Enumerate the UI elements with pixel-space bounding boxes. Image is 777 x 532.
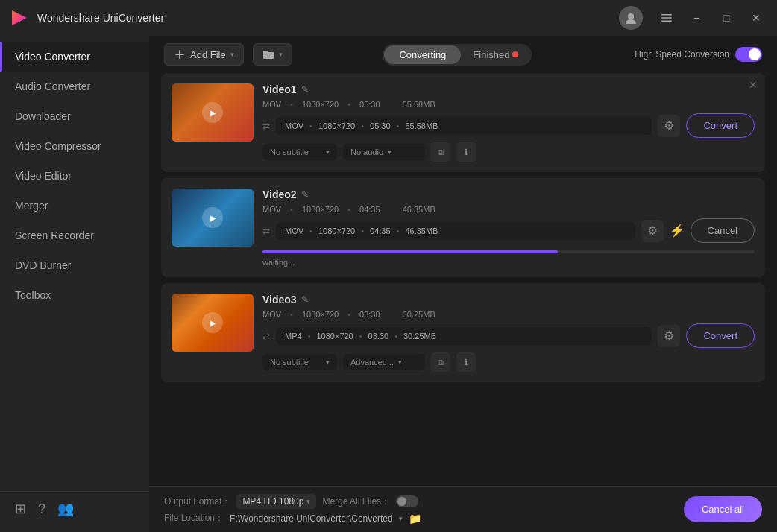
video3-info: Video3 ✎ MOV • 1080×720 • 03:30 30.25MB …: [262, 294, 755, 372]
video3-info-button[interactable]: ℹ: [456, 352, 476, 372]
video2-meta: MOV • 1080×720 • 04:35 46.35MB: [262, 205, 755, 214]
high-speed-toggle[interactable]: [735, 47, 762, 62]
video1-target-format: MOV • 1080×720 • 05:30 • 55.58MB: [276, 117, 652, 135]
video3-thumbnail[interactable]: ▶: [172, 294, 254, 352]
video3-target-size: 30.25MB: [403, 332, 436, 341]
video1-play-button[interactable]: ▶: [202, 102, 223, 123]
video1-info-button[interactable]: ℹ: [456, 142, 476, 162]
video3-thumb-bg: ▶: [172, 294, 254, 352]
sidebar-item-dvd-burner[interactable]: DVD Burner: [0, 250, 149, 280]
video1-duration: 05:30: [359, 100, 380, 109]
video2-thumbnail[interactable]: ▶: [172, 189, 254, 247]
video2-format: MOV: [262, 205, 281, 214]
minimize-button[interactable]: −: [685, 7, 708, 28]
close-button[interactable]: ✕: [744, 7, 768, 28]
video2-progress-bar: [262, 250, 755, 253]
video2-thumb-bg: ▶: [172, 189, 254, 247]
menu-button[interactable]: [655, 7, 679, 28]
arrow-icon: ⇄: [262, 331, 270, 341]
tab-converting[interactable]: Converting: [384, 45, 461, 64]
tab-group: Converting Finished: [383, 44, 532, 66]
output-format-button[interactable]: MP4 HD 1080p ▾: [236, 494, 316, 509]
sidebar-item-video-compressor[interactable]: Video Compressor: [0, 131, 149, 161]
video3-subtitle-icon-button[interactable]: ⧉: [431, 352, 450, 372]
sidebar-item-video-editor[interactable]: Video Editor: [0, 161, 149, 191]
title-bar: Wondershare UniConverter − □ ✕: [0, 0, 777, 36]
video1-name-row: Video1 ✎: [262, 83, 755, 95]
file-location-path: F:\Wondershare UniConverter\Converted: [230, 513, 393, 524]
app-logo: [9, 7, 30, 28]
video-card-2: ▶ Video2 ✎ MOV • 1080×720 • 04:35: [161, 178, 765, 277]
video2-waiting-text: waiting...: [262, 258, 755, 267]
video3-audio-select[interactable]: Advanced... ▾: [343, 354, 425, 370]
video3-settings-button[interactable]: ⚙: [658, 325, 680, 347]
open-folder-icon[interactable]: 📁: [409, 513, 421, 525]
sidebar-item-merger[interactable]: Merger: [0, 191, 149, 221]
users-icon[interactable]: 👥: [57, 501, 74, 517]
subtitle-chevron-icon: ▾: [326, 358, 330, 366]
video1-settings-button[interactable]: ⚙: [658, 115, 680, 137]
video3-edit-icon[interactable]: ✎: [301, 294, 309, 305]
video2-play-button[interactable]: ▶: [202, 207, 223, 228]
video1-target-dur: 05:30: [370, 121, 391, 130]
play-icon: ▶: [210, 109, 216, 117]
video2-resolution: 1080×720: [302, 205, 339, 214]
video2-target-size: 46.35MB: [405, 227, 438, 235]
avatar-button[interactable]: [619, 6, 643, 30]
video3-target-res: 1080×720: [316, 332, 353, 341]
video3-play-button[interactable]: ▶: [202, 312, 223, 333]
svg-rect-4: [661, 21, 672, 22]
close-video1-button[interactable]: ✕: [749, 79, 758, 91]
video1-resolution: 1080×720: [302, 100, 339, 109]
video1-target-res: 1080×720: [318, 121, 355, 130]
video3-name-row: Video3 ✎: [262, 294, 755, 305]
video2-target-dur: 04:35: [370, 227, 391, 235]
video3-subtitle-select[interactable]: No subtitle ▾: [262, 354, 337, 370]
video2-settings-button[interactable]: ⚙: [641, 220, 664, 242]
video1-convert-button[interactable]: Convert: [686, 113, 755, 138]
video1-subtitle-icon-button[interactable]: ⧉: [431, 142, 450, 162]
sidebar-item-screen-recorder[interactable]: Screen Recorder: [0, 221, 149, 250]
video1-thumbnail[interactable]: ▶: [172, 83, 254, 142]
layout-icon[interactable]: ⊞: [15, 501, 26, 517]
video3-subtitle-row: No subtitle ▾ Advanced... ▾ ⧉ ℹ: [262, 352, 755, 372]
sidebar-item-toolbox[interactable]: Toolbox: [0, 280, 149, 310]
video1-convert-row: ⇄ MOV • 1080×720 • 05:30 • 55.58MB ⚙ Con…: [262, 113, 755, 138]
video1-subtitle-select[interactable]: No subtitle ▾: [262, 144, 337, 160]
sidebar-item-video-converter[interactable]: Video Converter: [0, 42, 149, 72]
video1-audio-select[interactable]: No audio ▾: [343, 144, 425, 160]
output-format-chevron-icon: ▾: [306, 498, 310, 505]
video1-subtitle-value: No subtitle: [270, 148, 309, 156]
window-controls: − □ ✕: [619, 6, 768, 30]
cancel-all-button[interactable]: Cancel all: [684, 496, 762, 522]
help-icon[interactable]: ?: [38, 501, 45, 517]
sidebar-label-video-converter: Video Converter: [15, 51, 90, 63]
video2-cancel-button[interactable]: Cancel: [691, 218, 755, 243]
bottom-left: Output Format： MP4 HD 1080p ▾ Merge All …: [164, 494, 684, 525]
video1-name: Video1: [262, 83, 297, 95]
add-folder-button[interactable]: ▾: [253, 43, 292, 66]
sidebar-item-downloader[interactable]: Downloader: [0, 101, 149, 131]
video-list: ✕ ▶ Video1 ✎ MOV •: [149, 73, 777, 486]
output-format-label: Output Format：: [164, 495, 230, 508]
video1-edit-icon[interactable]: ✎: [301, 84, 309, 95]
play-icon: ▶: [210, 214, 216, 222]
video1-target-fmt: MOV: [285, 121, 303, 130]
high-speed-section: High Speed Conversion: [635, 47, 762, 62]
file-location-label: File Location：: [164, 512, 224, 525]
video3-convert-button[interactable]: Convert: [686, 323, 755, 348]
finished-dot: [512, 51, 518, 57]
video-card-3: ▶ Video3 ✎ MOV • 1080×720 • 03:30: [161, 283, 765, 382]
merge-toggle[interactable]: [396, 495, 418, 507]
tab-finished[interactable]: Finished: [461, 45, 530, 64]
video1-target-size: 55.58MB: [405, 121, 438, 130]
video2-info: Video2 ✎ MOV • 1080×720 • 04:35 46.35MB …: [262, 189, 755, 267]
add-file-button[interactable]: Add File ▾: [164, 43, 244, 66]
maximize-button[interactable]: □: [714, 7, 738, 28]
sidebar-item-audio-converter[interactable]: Audio Converter: [0, 72, 149, 101]
video3-convert-row: ⇄ MP4 • 1080×720 • 03:30 • 30.25MB ⚙ Con…: [262, 323, 755, 348]
sidebar-label-screen-recorder: Screen Recorder: [15, 229, 94, 241]
add-folder-chevron-icon: ▾: [279, 51, 283, 58]
video2-edit-icon[interactable]: ✎: [301, 189, 309, 200]
subtitle-chevron-icon: ▾: [326, 148, 330, 156]
